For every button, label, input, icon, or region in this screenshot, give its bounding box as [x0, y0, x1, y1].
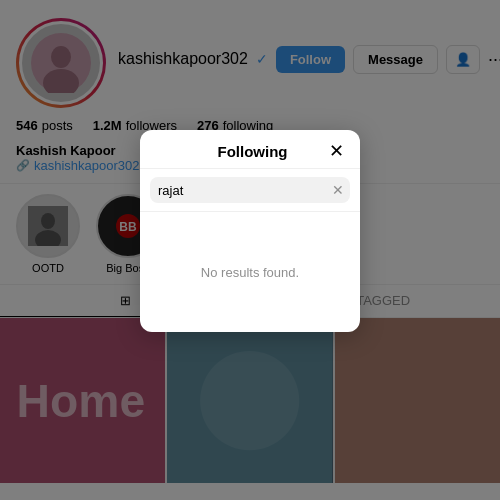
modal-search-row: ✕	[140, 169, 360, 212]
following-search-input[interactable]	[158, 183, 326, 198]
search-clear-button[interactable]: ✕	[332, 182, 344, 198]
following-modal: Following ✕ ✕ No results found.	[140, 130, 360, 332]
modal-body: No results found.	[140, 212, 360, 332]
modal-overlay[interactable]: Following ✕ ✕ No results found.	[0, 0, 500, 500]
modal-close-button[interactable]: ✕	[329, 142, 344, 160]
no-results-text: No results found.	[201, 265, 299, 280]
modal-title: Following	[176, 143, 329, 160]
modal-header: Following ✕	[140, 130, 360, 169]
modal-search-wrapper: ✕	[150, 177, 350, 203]
